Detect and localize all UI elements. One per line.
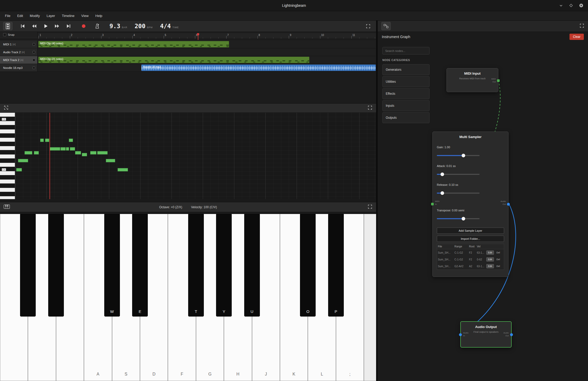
- midi-note[interactable]: [118, 168, 128, 171]
- black-key[interactable]: P: [328, 214, 344, 317]
- rewind-button[interactable]: [29, 22, 39, 30]
- attack-slider[interactable]: [437, 172, 480, 176]
- black-key[interactable]: W: [104, 214, 120, 317]
- midi-note[interactable]: [24, 151, 32, 154]
- track-header[interactable]: Audio Track 2[A]: [0, 48, 38, 56]
- graph-mode-button[interactable]: [381, 22, 391, 30]
- release-slider[interactable]: [437, 191, 480, 195]
- midi-note[interactable]: [97, 151, 108, 154]
- midi-note[interactable]: [18, 159, 28, 162]
- port-audio-out[interactable]: [507, 203, 510, 206]
- skip-start-button[interactable]: [18, 22, 28, 30]
- track-lane[interactable]: MIDI Clip (21 notes): [38, 56, 376, 64]
- menu-item-edit[interactable]: Edit: [14, 12, 26, 20]
- midi-note[interactable]: [16, 168, 22, 171]
- midi-note[interactable]: [60, 147, 66, 151]
- midi-note[interactable]: [40, 139, 44, 142]
- audio-clip[interactable]: Noodle 18.mp3: [141, 64, 376, 71]
- expand-panel-icon[interactable]: [4, 105, 9, 111]
- midi-note[interactable]: [34, 151, 39, 154]
- track-lane[interactable]: Noodle 18.mp3: [38, 64, 376, 72]
- add-sample-layer-button[interactable]: Add Sample Layer: [437, 228, 504, 234]
- category-utilities[interactable]: Utilities: [382, 76, 430, 87]
- gain-slider[interactable]: [437, 153, 480, 158]
- midi-note[interactable]: [50, 147, 60, 151]
- play-button[interactable]: [41, 22, 51, 30]
- fast-forward-button[interactable]: [52, 22, 62, 30]
- midi-clip[interactable]: MIDI Clip (40 notes): [38, 41, 229, 47]
- maximize-icon[interactable]: [569, 4, 573, 7]
- node-search-input[interactable]: [382, 47, 430, 55]
- black-key[interactable]: O: [300, 214, 316, 317]
- track-checkbox[interactable]: [33, 43, 35, 46]
- black-key[interactable]: U: [244, 214, 260, 317]
- transpose-slider[interactable]: [437, 217, 480, 221]
- menu-item-file[interactable]: File: [2, 12, 14, 20]
- track-checkbox[interactable]: [33, 59, 35, 61]
- edit-sample-button[interactable]: Edit: [486, 257, 494, 261]
- black-key[interactable]: [20, 214, 36, 317]
- track-lane[interactable]: MIDI Clip (40 notes): [38, 40, 376, 48]
- category-effects[interactable]: Effects: [382, 88, 430, 99]
- black-key[interactable]: [48, 214, 64, 317]
- timeline-mode-button[interactable]: [3, 22, 13, 30]
- node-audio-output[interactable]: Audio Output Final output to speakers Au…: [460, 321, 512, 348]
- midi-clip[interactable]: MIDI Clip (21 notes): [38, 57, 309, 63]
- timeline-fullscreen-button[interactable]: [363, 22, 373, 30]
- edit-sample-button[interactable]: Edit: [486, 251, 494, 255]
- white-key[interactable]: [364, 214, 376, 381]
- midi-note[interactable]: [106, 159, 115, 162]
- midi-note[interactable]: [75, 151, 81, 154]
- delete-sample-button[interactable]: Del: [495, 251, 502, 255]
- midi-note[interactable]: [66, 147, 69, 151]
- track-checkbox[interactable]: [33, 51, 35, 53]
- port-audio-in[interactable]: [459, 333, 462, 336]
- midi-note[interactable]: [69, 139, 73, 142]
- import-folder-button[interactable]: Import Folder...: [437, 236, 504, 242]
- clear-graph-button[interactable]: Clear: [569, 34, 584, 40]
- category-generators[interactable]: Generators: [382, 64, 430, 75]
- category-outputs[interactable]: Outputs: [382, 112, 430, 123]
- piano-roll-grid[interactable]: [15, 113, 376, 199]
- menu-item-help[interactable]: Help: [92, 12, 106, 20]
- track-header[interactable]: MIDI 1[A]: [0, 40, 38, 48]
- menu-item-view[interactable]: View: [78, 12, 92, 20]
- node-multi-sampler[interactable]: Multi Sampler Gain: 1.00 Attack: 0.01 ss…: [432, 132, 509, 277]
- black-key[interactable]: Y: [216, 214, 232, 317]
- menu-item-layer[interactable]: Layer: [43, 12, 59, 20]
- delete-sample-button[interactable]: Del: [495, 257, 502, 261]
- track-header[interactable]: MIDI Track 2[A]: [0, 56, 38, 64]
- time-signature-display[interactable]: 4/4 TIME: [160, 23, 179, 29]
- bpm-display[interactable]: 200 BPM: [134, 23, 152, 29]
- snap-checkbox[interactable]: [3, 33, 6, 36]
- close-icon[interactable]: [579, 3, 583, 8]
- black-key[interactable]: E: [132, 214, 148, 317]
- edit-sample-button[interactable]: Edit: [486, 264, 494, 268]
- keyboard-fullscreen-button[interactable]: [368, 204, 372, 210]
- skip-end-button[interactable]: [64, 22, 74, 30]
- metronome-button[interactable]: [92, 22, 102, 30]
- timeline-ruler[interactable]: 1234567891011: [0, 33, 376, 39]
- menu-item-timeline[interactable]: Timeline: [58, 12, 78, 20]
- midi-note[interactable]: [90, 151, 96, 154]
- midi-note[interactable]: [45, 139, 49, 142]
- graph-fullscreen-button[interactable]: [579, 23, 584, 29]
- black-key[interactable]: T: [188, 214, 204, 317]
- track-header[interactable]: Noodle 18.mp3: [0, 64, 38, 72]
- track-checkbox[interactable]: [33, 67, 35, 69]
- port-midi-in[interactable]: [431, 203, 434, 205]
- node-midi-input[interactable]: MIDI Input Receives MIDI from track MIDI…: [446, 68, 498, 92]
- menu-item-modify[interactable]: Modify: [26, 12, 43, 20]
- piano-roll-key-column[interactable]: C5C4: [0, 113, 15, 199]
- timeline-playhead[interactable]: [198, 33, 198, 40]
- piano-roll-fullscreen-button[interactable]: [368, 105, 372, 111]
- track-lane[interactable]: [38, 48, 376, 56]
- midi-note[interactable]: [70, 147, 75, 151]
- delete-sample-button[interactable]: Del: [495, 264, 502, 268]
- record-button[interactable]: [79, 22, 89, 30]
- minimize-icon[interactable]: [559, 4, 563, 8]
- port-audio-out[interactable]: [510, 333, 513, 336]
- midi-note[interactable]: [82, 153, 87, 156]
- piano-roll-playhead[interactable]: [50, 113, 50, 199]
- port-midi-out[interactable]: [497, 79, 500, 82]
